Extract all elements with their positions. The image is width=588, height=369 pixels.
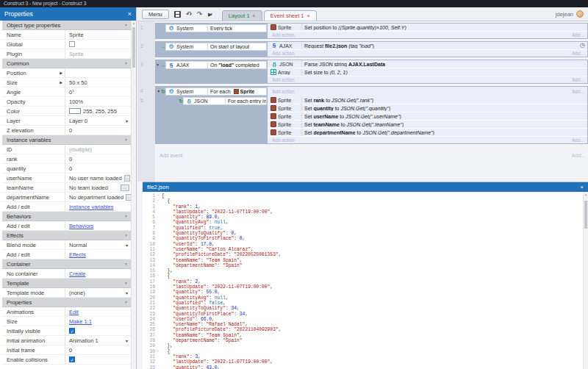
ellipsis-button[interactable]: … [126,194,131,201]
property-link[interactable]: Create [69,271,86,277]
property-value[interactable]: No user name loaded… [65,173,131,182]
property-value[interactable]: 0 [65,154,131,163]
property-link[interactable]: Instance variables [69,204,113,210]
color-swatch[interactable] [69,108,81,114]
add-link[interactable]: Add... [572,137,584,143]
property-value[interactable]: Create [65,269,131,278]
add-link[interactable]: Add... [572,51,584,56]
caret-down-icon[interactable]: ▾ [210,12,212,16]
close-icon[interactable]: × [580,184,584,190]
property-value[interactable]: Layer 0▾ [65,116,131,125]
property-value[interactable]: Sprite [65,30,131,39]
user-account[interactable]: jdejean [556,10,588,18]
add-action-link[interactable]: Add action [272,89,295,94]
close-icon[interactable]: × [128,10,132,18]
property-link[interactable]: Make 1:1 [69,318,92,325]
checkbox[interactable]: ✓ [69,328,75,334]
event-action[interactable]: §AJAXRequest file2.json (tag "load")◷ [268,42,587,50]
section-header-container[interactable]: Container▼ [2,259,131,269]
event-action[interactable]: {}JSONParse JSON string AJAX.LastData [268,60,587,68]
property-value[interactable]: Animation 1▾ [65,336,131,345]
chevron-down-icon[interactable]: ▾ [126,290,131,295]
property-value[interactable]: No department loaded… [65,193,131,201]
section-header-common[interactable]: Common▼ [2,59,131,68]
menu-button[interactable]: Menu [142,10,169,19]
section-header-template[interactable]: Template▼ [2,279,131,288]
tab-event-sheet-1[interactable]: Event sheet 1 × [264,10,317,21]
fold-marker-icon[interactable] [155,198,162,204]
add-action-link[interactable]: Add action [272,51,295,56]
section-header-properties[interactable]: Properties▼ [2,298,131,307]
property-value[interactable]: (none)▾ [65,288,131,297]
event-action[interactable]: SpriteSet userName to JSON.Get(".userNam… [268,112,587,121]
json-code-area[interactable]: 1[2 {3 "rank": 1,4 "lastUpdate": "2022-1… [143,192,583,369]
section-header-behaviors[interactable]: Behaviors▼ [2,212,131,221]
checkbox[interactable]: ✓ [69,357,75,362]
event-condition[interactable]: ⚙SystemOn start of layout [165,43,267,51]
add-action-link[interactable]: Add action [272,77,295,82]
save-icon[interactable] [174,11,181,18]
chevron-down-icon[interactable]: ▾ [126,338,131,343]
add-action-link[interactable]: Add action [272,137,295,143]
collapse-icon[interactable]: ▼ [156,63,159,67]
property-value[interactable]: (multiple) [65,145,131,154]
ellipsis-button[interactable]: … [121,184,129,191]
property-value[interactable]: 0° [65,87,131,96]
event-block-1[interactable]: 1⚙SystemEvery tickSpriteSet position to … [155,23,588,39]
event-block-4[interactable]: 4▼↻⚙SystemFor each SpriteAdd actionAdd..… [155,86,588,144]
event-block-3[interactable]: 3▼→§AJAXOn "load" completed{}JSONParse J… [155,60,588,84]
close-icon[interactable]: × [307,13,310,18]
fold-marker-icon[interactable] [155,349,162,354]
event-action[interactable]: ArraySet size to (0, 2, 1) [268,68,587,76]
property-value[interactable]: Sprite [65,49,131,58]
property-value[interactable]: Instance variables [65,202,131,211]
property-value[interactable]: Behaviors [65,221,131,230]
json-scrollbar[interactable]: ▲ [583,192,588,369]
fold-marker-icon[interactable] [155,193,162,198]
event-action[interactable]: SpriteSet departmentName to JSON.Get(".d… [268,129,587,137]
property-value[interactable]: Make 1:1 [65,317,131,326]
property-link[interactable]: Edit [69,309,79,315]
ellipsis-button[interactable]: … [124,175,130,182]
expand-arrow-icon[interactable]: ▶ [60,71,65,75]
event-block-5[interactable]: 5↻{}JSONFor each entry in ""SpriteSet ra… [173,96,587,143]
property-value[interactable]: 255, 255, 255 [65,107,131,115]
event-condition[interactable]: ⚙SystemEvery tick [165,24,267,32]
section-header-object-type-properties[interactable]: Object type properties▼ [2,21,131,30]
property-value[interactable]: 0 [65,345,131,354]
add-action-link[interactable]: Add action [272,32,295,37]
event-action[interactable]: SpriteSet teamName to JSON.Get(".teamNam… [268,121,587,129]
property-value[interactable]: ✓ [65,326,131,335]
event-action[interactable]: SpriteSet position to ((Sprite.quantity)… [268,24,587,32]
property-value[interactable] [65,40,131,49]
properties-scrollbar[interactable]: ▲ [131,21,136,369]
property-value[interactable]: 0 [65,126,131,135]
add-event-link[interactable]: Add event [159,153,183,158]
property-value[interactable] [65,68,131,77]
add-link[interactable]: Add... [572,89,584,94]
property-value[interactable]: Normal▾ [65,240,131,249]
scrollbar-thumb[interactable] [584,201,587,229]
fold-marker-icon[interactable] [155,273,162,279]
section-header-instance-variables[interactable]: Instance variables▼ [2,135,131,145]
scrollbar-thumb[interactable] [132,27,135,68]
add-link[interactable]: Add... [572,77,584,82]
event-action[interactable]: SpriteSet rank to JSON.Get(".rank") [268,96,587,104]
add-link[interactable]: Add... [572,32,584,37]
caret-down-icon[interactable]: ▾ [190,12,192,16]
property-value[interactable]: ✓ [65,355,131,364]
tab-layout-1[interactable]: Layout 1 × [222,10,262,21]
add-link[interactable]: Add... [572,153,585,158]
property-value[interactable]: 0 [65,164,131,173]
event-block-2[interactable]: 2→⚙SystemOn start of layout§AJAXRequest … [155,41,588,57]
scroll-up-icon[interactable]: ▲ [584,192,588,198]
property-value[interactable]: Effects [65,250,131,259]
property-value[interactable]: 50 x 50 [65,78,131,87]
expand-arrow-icon[interactable]: ▶ [60,80,65,85]
checkbox[interactable] [69,41,75,47]
event-action[interactable]: SpriteSet quantity to JSON.Get(".quantit… [268,104,587,112]
event-condition[interactable]: ⚙SystemFor each Sprite [165,87,267,96]
event-condition[interactable]: §AJAXOn "load" completed [165,61,267,69]
event-condition[interactable]: {}JSONFor each entry in "" [183,97,267,105]
property-value[interactable]: 100% [65,97,131,106]
